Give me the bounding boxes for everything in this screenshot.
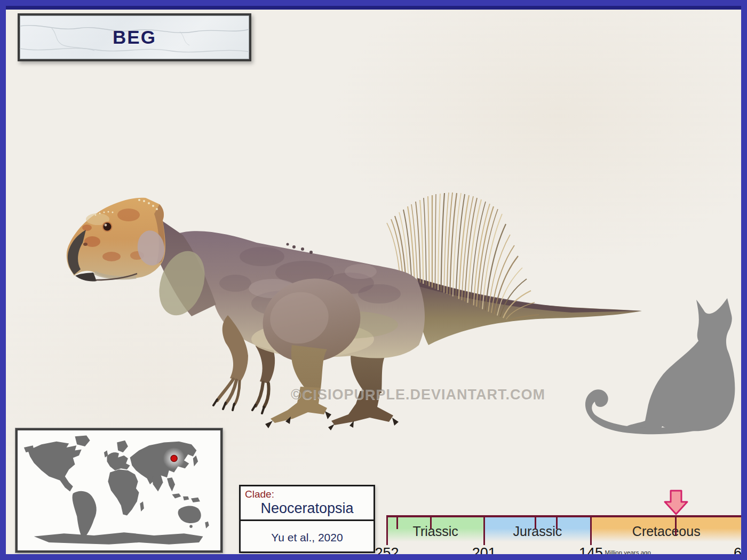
timeline-minor-tick: [535, 515, 536, 529]
period-label-cretaceous: Cretaceous: [591, 524, 742, 539]
clade-top-section: Clade: Neoceratopsia: [241, 486, 374, 521]
clade-label: Clade:: [245, 489, 274, 500]
dino-head: [67, 198, 167, 282]
timeline-minor-tick: [556, 515, 558, 529]
infographic-canvas: BEG: [0, 0, 747, 560]
artist-watermark: ©CISIOPURPLE.DEVIANTART.COM: [291, 387, 664, 403]
timeline-minor-tick: [430, 515, 432, 529]
timeline-major-tick: [741, 515, 743, 545]
clade-box: Clade: Neoceratopsia Yu et al., 2020: [239, 485, 375, 553]
timeline-major-tick: [483, 515, 485, 545]
timeline-age-label: 145: [573, 545, 610, 560]
timeline-marker-tick: [675, 515, 677, 535]
world-map: [18, 430, 220, 550]
timeline-period-jurassic: Jurassic: [484, 517, 591, 542]
location-marker: [171, 455, 177, 461]
timeline-major-tick: [590, 515, 592, 545]
timeline-minor-tick: [396, 515, 398, 529]
geologic-timeline: TriassicJurassicCretaceous25220114566Mil…: [385, 489, 747, 560]
cat-silhouette: [585, 298, 735, 434]
timeline-unit-label: Million years ago: [605, 549, 651, 556]
timeline-major-tick: [386, 515, 388, 545]
age-marker-arrow: [664, 490, 688, 517]
timeline-age-label: 201: [465, 545, 503, 560]
location-map: [15, 428, 222, 553]
period-label-triassic: Triassic: [387, 524, 484, 539]
timeline-period-triassic: Triassic: [387, 517, 484, 542]
period-label-jurassic: Jurassic: [484, 524, 591, 539]
timeline-age-label: 252: [368, 545, 406, 560]
down-arrow-icon: [664, 490, 688, 515]
timeline-period-cretaceous: Cretaceous: [591, 517, 742, 542]
citation: Yu et al., 2020: [241, 531, 374, 544]
timeline-age-label: 66: [723, 545, 747, 560]
timeline-axis: [387, 515, 742, 517]
clade-value: Neoceratopsia: [241, 500, 374, 517]
